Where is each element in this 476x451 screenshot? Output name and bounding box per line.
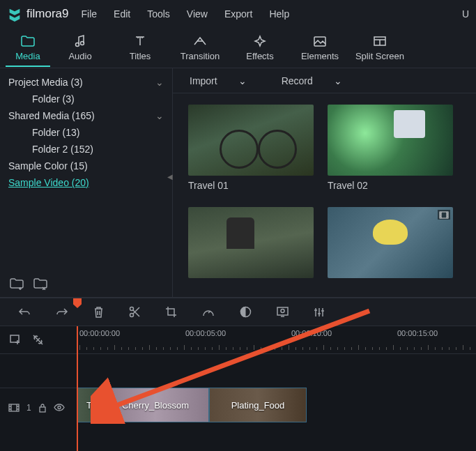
app-logo-icon [7, 6, 22, 22]
svg-point-1 [81, 42, 84, 45]
clip-1[interactable]: T [77, 388, 102, 422]
titlebar: filmora9 File Edit Tools View Export Hel… [0, 0, 476, 28]
tree-shared-media[interactable]: Shared Media (165)⌄ [0, 107, 172, 124]
thumbnail-image [328, 105, 453, 176]
svg-rect-12 [40, 407, 45, 412]
new-folder-icon[interactable] [10, 278, 24, 290]
add-marker-icon[interactable] [8, 335, 21, 345]
thumbnail-grid: Travel 01 Travel 02 [173, 93, 476, 297]
menu-edit[interactable]: Edit [114, 8, 130, 20]
green-screen-icon[interactable] [277, 307, 289, 317]
track-index: 1 [26, 403, 31, 413]
thumbnail-image [188, 105, 314, 176]
color-icon[interactable] [240, 306, 252, 318]
tracks-area[interactable]: T Cherry_Blossom Plating_Food [77, 354, 476, 451]
track-controls: 1 [0, 388, 77, 427]
edit-toolbar [0, 297, 476, 326]
sparkle-icon [254, 34, 266, 48]
delete-folder-icon[interactable] [33, 278, 47, 290]
media-thumb-4[interactable] [328, 207, 453, 286]
redo-icon[interactable] [56, 307, 68, 317]
record-dropdown[interactable]: Record⌄ [282, 75, 342, 86]
menu-export[interactable]: Export [224, 8, 252, 20]
svg-rect-11 [9, 404, 19, 411]
tree-shared-folder2[interactable]: Folder 2 (152) [0, 141, 172, 158]
media-thumb-3[interactable] [188, 207, 314, 286]
chevron-down-icon: ⌄ [238, 75, 247, 86]
menu-help[interactable]: Help [269, 8, 289, 20]
chevron-down-icon: ⌄ [334, 75, 342, 86]
collapse-sidebar-icon[interactable]: ◀ [167, 173, 173, 181]
timeline-header: 00:00:00:00 00:00:05:00 00:00:10:00 00:0… [0, 326, 476, 354]
timeline: 00:00:00:00 00:00:05:00 00:00:10:00 00:0… [0, 326, 476, 451]
thumbnail-image [328, 207, 453, 278]
transition-icon [193, 34, 207, 48]
tab-split-screen[interactable]: Split Screen [350, 30, 410, 66]
svg-point-9 [281, 309, 284, 313]
tab-media[interactable]: Media [6, 30, 50, 67]
tab-elements[interactable]: Elements [290, 30, 350, 66]
text-icon [135, 34, 146, 48]
media-content: Import⌄ Record⌄ Travel 01 Travel 02 [173, 68, 476, 297]
trash-icon[interactable] [93, 306, 104, 318]
image-icon [314, 34, 326, 48]
crop-icon[interactable] [165, 306, 177, 318]
ruler-ticks [77, 344, 476, 350]
svg-point-6 [130, 314, 134, 317]
titlebar-right-text: U [462, 8, 469, 20]
app-brand: filmora9 [26, 7, 68, 21]
playhead[interactable] [77, 326, 78, 451]
timeline-ruler[interactable]: 00:00:00:00 00:00:05:00 00:00:10:00 00:0… [77, 326, 476, 354]
clip-cherry-blossom[interactable]: Cherry_Blossom [102, 388, 209, 422]
svg-point-13 [58, 406, 61, 409]
menu-view[interactable]: View [187, 8, 208, 20]
panel-tabs: Media Audio Titles Transition Effects El… [0, 28, 476, 68]
filmstrip-icon [8, 404, 20, 412]
filmstrip-icon [438, 210, 450, 220]
split-icon [374, 34, 386, 48]
tab-audio[interactable]: Audio [50, 30, 110, 66]
music-icon [75, 34, 86, 48]
svg-rect-8 [277, 307, 288, 315]
speed-icon[interactable] [202, 307, 215, 317]
folder-icon [21, 34, 35, 48]
tree-shared-folder1[interactable]: Folder (13) [0, 124, 172, 141]
main-menu: File Edit Tools View Export Help [81, 8, 289, 20]
content-toolbar: Import⌄ Record⌄ [173, 68, 476, 93]
clip-plating-food[interactable]: Plating_Food [209, 388, 307, 422]
scissors-icon[interactable] [129, 306, 140, 318]
tree-sample-color[interactable]: Sample Color (15) [0, 158, 172, 174]
video-track: T Cherry_Blossom Plating_Food [77, 388, 307, 427]
chevron-down-icon: ⌄ [155, 110, 164, 121]
adjust-icon[interactable] [314, 307, 325, 318]
media-thumb-travel02[interactable]: Travel 02 [328, 105, 453, 199]
chevron-down-icon: ⌄ [155, 77, 164, 88]
svg-rect-2 [314, 37, 325, 46]
timeline-body: 1 T Cherry_Blossom Plating_Food [0, 354, 476, 451]
unlink-icon[interactable] [32, 334, 44, 346]
menu-tools[interactable]: Tools [147, 8, 170, 20]
tree-project-media[interactable]: Project Media (3)⌄ [0, 74, 172, 91]
thumbnail-image [188, 207, 314, 278]
tree-project-folder[interactable]: Folder (3) [0, 91, 172, 107]
lock-icon[interactable] [38, 403, 47, 413]
svg-point-0 [76, 43, 79, 47]
tab-transition[interactable]: Transition [170, 30, 230, 66]
tab-effects[interactable]: Effects [230, 30, 290, 66]
media-thumb-travel01[interactable]: Travel 01 [188, 105, 314, 199]
menu-file[interactable]: File [81, 8, 97, 20]
import-dropdown[interactable]: Import⌄ [190, 75, 247, 86]
main-area: Project Media (3)⌄ Folder (3) Shared Med… [0, 68, 476, 297]
tree-sample-video[interactable]: Sample Video (20) [0, 174, 172, 191]
undo-icon[interactable] [18, 307, 31, 317]
media-sidebar: Project Media (3)⌄ Folder (3) Shared Med… [0, 68, 173, 297]
eye-icon[interactable] [54, 404, 65, 411]
svg-point-5 [130, 307, 134, 311]
tab-titles[interactable]: Titles [110, 30, 170, 66]
